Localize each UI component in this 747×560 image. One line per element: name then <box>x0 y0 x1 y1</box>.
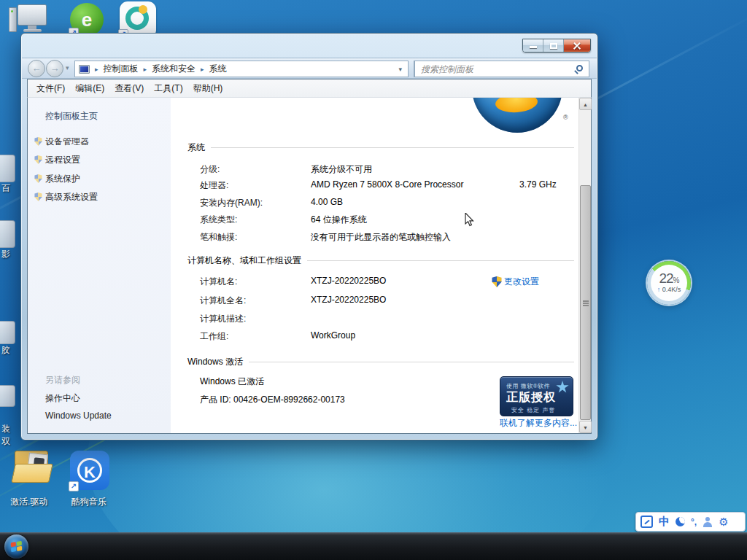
desktop-icon-kugou[interactable]: K ↗ <box>70 451 109 490</box>
desktop-icon-label-fragment: 双 <box>1 435 10 448</box>
desktop-icon-computer[interactable] <box>9 4 49 34</box>
scroll-up-button[interactable]: ▲ <box>579 98 592 110</box>
uac-shield-icon <box>34 192 42 201</box>
row-label: 计算机名: <box>200 276 237 287</box>
windows-flag-icon <box>11 541 23 552</box>
ime-logo-icon[interactable] <box>640 516 653 528</box>
sidebar-item-device-manager[interactable]: 设备管理器 <box>45 136 89 148</box>
row-label: 系统类型: <box>200 214 237 225</box>
scroll-down-button[interactable]: ▼ <box>579 421 592 433</box>
desktop-icon-label: 酷狗音乐 <box>71 496 107 508</box>
search-icon <box>576 65 583 71</box>
sidebar-item-remote-settings[interactable]: 远程设置 <box>45 154 80 166</box>
search-box <box>414 61 589 77</box>
vertical-scrollbar[interactable]: ▲ ▼ <box>578 98 591 433</box>
section-divider <box>249 362 574 362</box>
menu-file[interactable]: 文件(F) <box>36 82 65 95</box>
section-header-system: 系统 <box>187 141 574 154</box>
section-header-activation: Windows 激活 <box>187 356 574 368</box>
history-dropdown-icon[interactable]: ▾ <box>66 64 69 71</box>
desktop-icon-label-fragment: 装 <box>1 423 10 435</box>
close-button[interactable] <box>564 39 590 52</box>
section-divider <box>211 147 574 148</box>
forward-button[interactable]: → <box>46 60 63 77</box>
ime-settings-gear-icon[interactable]: ⚙ <box>719 516 728 529</box>
minimize-button[interactable] <box>523 39 543 52</box>
start-button[interactable] <box>4 534 28 559</box>
desktop-icon-360browser[interactable]: e ↗ <box>70 3 104 36</box>
row-rating: 分级: 系统分级不可用 <box>200 163 581 175</box>
breadcrumb-system[interactable]: 系统 <box>209 63 227 75</box>
sidebar-item-home[interactable]: 控制面板主页 <box>45 110 98 122</box>
speed-ball-widget[interactable]: 22% ↑ 0.4K/s <box>647 261 691 305</box>
menu-edit[interactable]: 编辑(E) <box>75 82 104 95</box>
sidebar-item-windows-update[interactable]: Windows Update <box>45 411 112 421</box>
row-label: 安装内存(RAM): <box>200 198 263 208</box>
learn-more-online-link[interactable]: 联机了解更多内容... <box>500 417 577 429</box>
desktop-icon-partial[interactable] <box>0 155 15 182</box>
desktop-icon-activation-folder[interactable] <box>12 449 58 493</box>
row-label: 分级: <box>200 164 220 174</box>
change-settings-link[interactable]: 更改设置 <box>504 276 539 288</box>
genuine-microsoft-badge[interactable]: 使用 微软®软件 正版授权 安全 稳定 声誉 <box>500 376 573 416</box>
row-workgroup: 工作组: WorkGroup <box>200 330 581 342</box>
ime-chinese-mode-icon[interactable]: 中 <box>659 515 670 529</box>
back-button[interactable]: ← <box>28 60 45 77</box>
chevron-right-icon: ▸ <box>90 66 104 73</box>
section-title: 计算机名称、域和工作组设置 <box>187 254 301 267</box>
breadcrumb-system-security[interactable]: 系统和安全 <box>152 63 196 75</box>
ime-punctuation-icon[interactable]: °, <box>691 517 697 527</box>
rating-unavailable-link[interactable]: 系统分级不可用 <box>311 163 372 176</box>
row-label: 处理器: <box>200 180 228 190</box>
row-label: 计算机全名: <box>200 295 246 306</box>
menu-help[interactable]: 帮助(H) <box>193 82 223 95</box>
minimize-icon <box>530 46 537 48</box>
desktop-icon-partial[interactable] <box>0 321 15 344</box>
registered-mark: ® <box>563 114 568 121</box>
windows-logo-orb <box>472 98 562 133</box>
section-title: Windows 激活 <box>187 356 243 368</box>
desktop-icon-partial[interactable] <box>0 220 15 248</box>
address-dropdown-icon[interactable]: ▾ <box>398 66 408 73</box>
sidebar-item-action-center[interactable]: 操作中心 <box>45 392 80 405</box>
ime-user-icon[interactable] <box>703 517 713 527</box>
taskbar: e K e ✓ 控制面板\系统和... ✓ ▲ × × <box>0 532 747 560</box>
row-label: 笔和触摸: <box>200 232 237 242</box>
desktop-icon-label-fragment: 胶 <box>1 344 10 357</box>
full-computer-name-value: XTZJ-20220225BO <box>311 295 386 305</box>
desktop-icon-partial[interactable] <box>0 385 15 407</box>
sidebar-item-advanced-settings[interactable]: 高级系统设置 <box>45 191 98 203</box>
browser-e-icon: e <box>82 9 92 31</box>
address-breadcrumb-bar[interactable]: ▸ 控制面板 ▸ 系统和安全 ▸ 系统 ▾ <box>74 61 409 77</box>
row-label: 计算机描述: <box>200 314 246 324</box>
genuine-star-icon <box>556 381 569 394</box>
speed-ball-face: 22% ↑ 0.4K/s <box>651 265 687 301</box>
change-settings: 更改设置 <box>492 276 539 288</box>
uac-shield-icon <box>34 174 42 183</box>
row-pen-touch: 笔和触摸: 没有可用于此显示器的笔或触控输入 <box>200 231 581 243</box>
row-memory: 安装内存(RAM): 4.00 GB <box>200 197 581 209</box>
ime-fullwidth-moon-icon[interactable] <box>676 517 685 526</box>
sidebar-item-system-protection[interactable]: 系统保护 <box>45 173 80 185</box>
search-input[interactable] <box>419 62 565 76</box>
system-type-value: 64 位操作系统 <box>311 214 367 226</box>
menu-view[interactable]: 查看(V) <box>115 82 144 95</box>
scrollbar-thumb[interactable] <box>580 185 591 420</box>
section-title: 系统 <box>187 141 205 154</box>
window-controls <box>522 39 591 52</box>
menu-tools[interactable]: 工具(T) <box>154 82 182 95</box>
scroll-down-icon: ▼ <box>583 425 588 430</box>
scrollbar-grip <box>583 303 589 304</box>
activation-status: Windows 已激活 <box>200 376 264 388</box>
badge-line3: 安全 稳定 声誉 <box>511 406 555 414</box>
desktop-icon-label-fragment: 百 <box>1 182 10 195</box>
up-arrow-icon: ↑ <box>657 286 661 293</box>
row-system-type: 系统类型: 64 位操作系统 <box>200 214 581 225</box>
control-panel-system-window: ← → ▾ ▸ 控制面板 ▸ 系统和安全 ▸ 系统 ▾ ↻ 文件(F) 编辑(E… <box>20 33 598 440</box>
maximize-button[interactable] <box>543 39 564 52</box>
mouse-cursor <box>465 213 475 230</box>
system-mini-icon <box>79 65 90 74</box>
breadcrumb-control-panel[interactable]: 控制面板 <box>104 63 139 75</box>
network-speed: ↑ 0.4K/s <box>651 286 687 293</box>
desktop-icon-label: 激活.驱动 <box>10 496 47 508</box>
